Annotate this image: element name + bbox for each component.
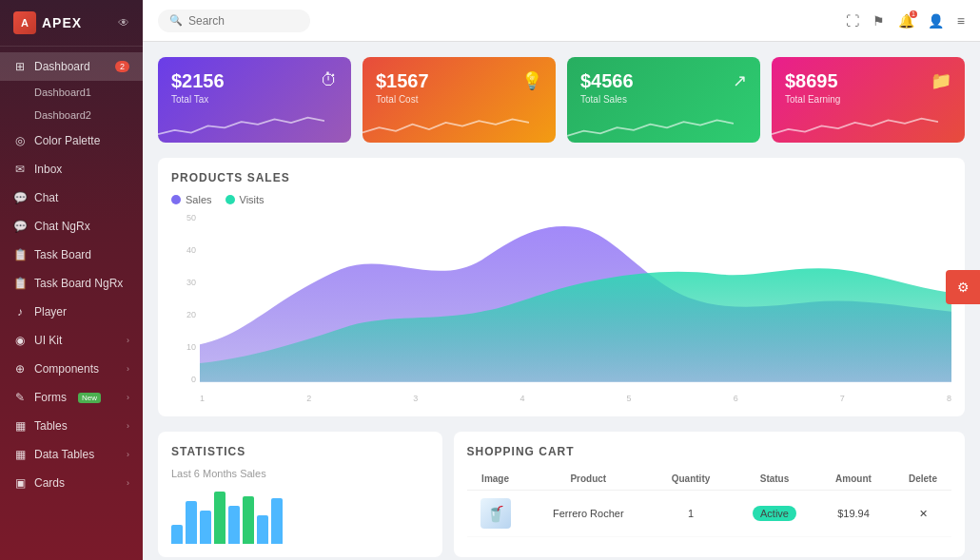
sidebar-item-components[interactable]: ⊕ Components ›: [0, 355, 143, 383]
area-chart-svg: [200, 213, 951, 382]
col-delete: Delete: [894, 473, 951, 484]
sidebar-item-task-board-ngrx[interactable]: 📋 Task Board NgRx: [0, 269, 143, 298]
sidebar-nav: ⊞ Dashboard 2 Dashboard1 Dashboard2 ◎ Co…: [0, 47, 143, 560]
stat-icon-earning: 📁: [931, 70, 951, 91]
y-label-0: 0: [191, 375, 200, 384]
bar-6: [243, 496, 254, 544]
y-label-40: 40: [186, 245, 200, 255]
col-quantity: Quantity: [653, 473, 729, 484]
main-content: 🔍 ⛶ ⚑ 🔔 1 👤 ≡ $2156 ⏱ Total Tax: [143, 0, 980, 560]
topbar: 🔍 ⛶ ⚑ 🔔 1 👤 ≡: [143, 0, 980, 42]
sidebar-header: A APEX 👁: [0, 0, 143, 47]
data-tables-icon: ▦: [13, 448, 27, 461]
stat-icon-cost: 💡: [521, 70, 542, 91]
search-input[interactable]: [188, 14, 299, 28]
bar-3: [200, 511, 211, 544]
stat-label-cost: Total Cost: [376, 94, 542, 105]
status-badge: Active: [753, 506, 796, 521]
sidebar-item-label: Data Tables: [34, 448, 94, 461]
sidebar-item-dashboard[interactable]: ⊞ Dashboard 2: [0, 52, 143, 81]
settings-fab[interactable]: ⚙: [946, 270, 980, 304]
legend-sales: Sales: [171, 194, 212, 205]
col-image: Image: [467, 473, 524, 484]
player-icon: ♪: [13, 305, 27, 319]
sidebar-item-data-tables[interactable]: ▦ Data Tables ›: [0, 440, 143, 469]
bar-8: [271, 498, 283, 544]
sidebar-item-chat[interactable]: 💬 Chat: [0, 183, 143, 212]
new-badge: New: [78, 393, 101, 403]
chart-area: 50 40 30 20 10 0: [171, 213, 951, 403]
chart-legend: Sales Visits: [171, 194, 951, 205]
sidebar-item-forms[interactable]: ✎ Forms New ›: [0, 383, 143, 412]
logo: A APEX: [13, 11, 82, 34]
logo-text: APEX: [42, 15, 82, 30]
visits-dot: [225, 195, 235, 204]
x-label-1: 1: [200, 394, 205, 403]
bar-5: [228, 506, 240, 544]
notification-icon[interactable]: 🔔 1: [898, 13, 914, 29]
chevron-right-icon: ›: [127, 421, 129, 431]
bar-7: [257, 515, 268, 544]
shopping-cart-section: SHOPPING CART Image Product Quantity Sta…: [454, 432, 965, 557]
sidebar-item-dashboard1[interactable]: Dashboard1: [0, 81, 143, 104]
stat-icon-tax: ⏱: [321, 70, 338, 90]
product-status: Active: [736, 506, 813, 521]
color-palette-icon: ◎: [13, 134, 27, 147]
fullscreen-icon[interactable]: ⛶: [846, 13, 859, 29]
chevron-right-icon: ›: [127, 364, 129, 374]
chat-icon: 💬: [13, 191, 27, 204]
stat-card-sales: $4566 ↗ Total Sales: [567, 57, 760, 143]
sidebar-item-cards[interactable]: ▣ Cards ›: [0, 469, 143, 497]
sidebar-item-task-board[interactable]: 📋 Task Board: [0, 241, 143, 269]
cart-row-1: 🥤 Ferrero Rocher 1 Active $19.94 ✕: [467, 491, 951, 537]
sidebar-item-player[interactable]: ♪ Player: [0, 298, 143, 326]
products-sales-section: PRODUCTS SALES Sales Visits 50 40 30 20 …: [158, 158, 965, 416]
stat-label-earning: Total Earning: [785, 94, 951, 105]
sidebar-item-ui-kit[interactable]: ◉ UI Kit ›: [0, 326, 143, 355]
x-axis: 1 2 3 4 5 6 7 8: [200, 394, 951, 403]
flag-icon[interactable]: ⚑: [872, 13, 885, 29]
logo-icon: A: [13, 11, 36, 34]
chat-ngrx-icon: 💬: [13, 220, 27, 233]
sidebar-item-label: Components: [34, 362, 99, 376]
sidebar-item-label: Forms: [34, 391, 67, 404]
sidebar-item-label: Cards: [34, 476, 65, 490]
shopping-cart-title: SHOPPING CART: [467, 445, 951, 458]
y-axis: 50 40 30 20 10 0: [171, 213, 200, 384]
y-label-50: 50: [186, 213, 200, 222]
chevron-right-icon: ›: [127, 393, 129, 402]
product-image: 🥤: [480, 498, 511, 529]
menu-icon[interactable]: ≡: [957, 13, 965, 29]
chevron-right-icon: ›: [127, 450, 129, 459]
inbox-icon: ✉: [13, 163, 27, 176]
sidebar-item-tables[interactable]: ▦ Tables ›: [0, 412, 143, 440]
eye-icon[interactable]: 👁: [118, 16, 129, 29]
sidebar-item-color-palette[interactable]: ◎ Color Palette: [0, 126, 143, 155]
user-icon[interactable]: 👤: [928, 13, 944, 29]
statistics-section: STATISTICS Last 6 Months Sales: [158, 432, 442, 557]
ui-kit-icon: ◉: [13, 334, 27, 347]
legend-visits-label: Visits: [240, 194, 265, 205]
cards-icon: ▣: [13, 476, 27, 490]
sidebar-item-dashboard2[interactable]: Dashboard2: [0, 104, 143, 126]
x-label-5: 5: [627, 394, 632, 403]
sidebar-item-label: Chat NgRx: [34, 220, 90, 233]
col-product: Product: [532, 473, 645, 484]
stat-card-earning: $8695 📁 Total Earning: [772, 57, 965, 143]
stat-icon-sales: ↗: [733, 70, 747, 91]
bottom-row: STATISTICS Last 6 Months Sales SHOPPING …: [158, 432, 965, 557]
statistics-title: STATISTICS: [171, 445, 429, 458]
sidebar-item-inbox[interactable]: ✉ Inbox: [0, 155, 143, 183]
sidebar-item-chat-ngrx[interactable]: 💬 Chat NgRx: [0, 212, 143, 241]
x-label-3: 3: [413, 394, 418, 403]
search-box[interactable]: 🔍: [158, 10, 310, 32]
y-label-10: 10: [186, 342, 200, 352]
legend-visits: Visits: [225, 194, 265, 205]
product-quantity: 1: [653, 508, 729, 519]
cart-table-header: Image Product Quantity Status Amount Del…: [467, 468, 951, 491]
y-label-20: 20: [186, 310, 200, 319]
chevron-right-icon: ›: [127, 336, 129, 345]
tables-icon: ▦: [13, 419, 27, 433]
delete-button[interactable]: ✕: [894, 508, 951, 520]
topbar-actions: ⛶ ⚑ 🔔 1 👤 ≡: [846, 13, 965, 29]
